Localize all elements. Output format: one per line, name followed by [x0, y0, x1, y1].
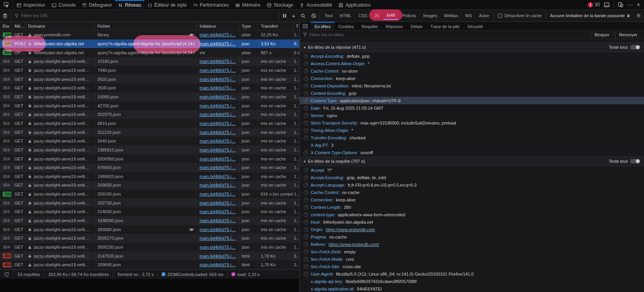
column-header-2[interactable]: Domaine — [25, 22, 95, 30]
tab-debogueur[interactable]: Débogueur — [79, 0, 115, 9]
learn-more-icon[interactable]: ? — [304, 205, 308, 210]
filter-type-autre[interactable]: Autre — [476, 12, 492, 20]
request-row[interactable]: 304GETjazzy-starlight-aeea19.netli…42700… — [0, 101, 299, 110]
header-row[interactable]: ?Accept-Encoding:gzip, deflate, br, zstd — [300, 174, 644, 181]
header-value-link[interactable]: https://www.protondb.com — [326, 227, 375, 232]
learn-more-icon[interactable]: ? — [304, 235, 308, 239]
learn-more-icon[interactable]: ? — [304, 272, 308, 276]
learn-more-icon[interactable]: ? — [304, 69, 308, 73]
header-value-link[interactable]: https://www.protondb.com/ — [329, 242, 379, 247]
learn-more-icon[interactable]: ? — [304, 121, 308, 125]
initiator-link[interactable]: main.bd4b6d75.j… — [200, 94, 235, 99]
filter-type-images[interactable]: Images — [420, 12, 440, 20]
learn-more-icon[interactable]: ? — [304, 175, 308, 180]
header-row[interactable]: ?Content-Length:280 — [300, 203, 644, 211]
throttling-select[interactable]: Aucune limitation de la bande passante — [547, 13, 633, 18]
learn-more-icon[interactable]: ? — [304, 106, 308, 110]
request-row[interactable]: 304GETjazzy-starlight-aeea19.netli…20009… — [0, 154, 299, 163]
learn-more-icon[interactable]: ? — [304, 212, 308, 217]
initiator-link[interactable]: main.bd4b6d75.j… — [200, 174, 235, 179]
new-request-icon[interactable]: + — [289, 10, 298, 21]
header-row[interactable]: ?Content-Disposition:inline; filename=a.… — [300, 82, 644, 89]
request-row[interactable]: 304GETjazzy-starlight-aeea19.netli…47660… — [0, 163, 299, 172]
request-row[interactable]: 304GETjazzy-starlight-aeea19.netli…19858… — [0, 146, 299, 155]
pause-traffic-icon[interactable] — [280, 10, 289, 21]
column-header-3[interactable]: Fichier — [95, 22, 197, 30]
initiator-link[interactable]: main.bd4b6d75.j… — [200, 112, 235, 117]
request-row[interactable]: 304GETjazzy-starlight-aeea19.netli…29273… — [0, 198, 299, 207]
learn-more-icon[interactable]: ? — [304, 150, 308, 155]
request-row[interactable]: 304GETjazzy-starlight-aeea19.netli…2630.… — [0, 84, 299, 93]
initiator-link[interactable]: main.bd4b6d75.j… — [200, 218, 235, 223]
close-devtools-icon[interactable]: × — [637, 2, 640, 7]
details-tab-s-curit-[interactable]: Sécurité — [464, 22, 487, 30]
details-tab-en-t-tes[interactable]: En-têtes — [311, 22, 334, 30]
learn-more-icon[interactable]: ? — [304, 76, 308, 81]
column-header-7[interactable]: T… — [293, 22, 299, 30]
details-tab-r-ponse[interactable]: Réponse — [382, 22, 407, 30]
tab-stockage[interactable]: Stockage — [264, 0, 296, 9]
raw-text-toggle[interactable] — [630, 45, 640, 50]
initiator-link[interactable]: main.bd4b6d75.j… — [200, 157, 235, 161]
initiator-link[interactable]: main.bd4b6d75.j… — [200, 262, 235, 267]
request-row[interactable]: 304GETjazzy-starlight-aeea19.netli…31121… — [0, 128, 299, 137]
request-row[interactable]: 200GETwww.protondb.comlibrarymain.bd4b6d… — [0, 30, 299, 39]
filter-type-css[interactable]: CSS — [355, 12, 370, 20]
learn-more-icon[interactable]: ? — [304, 98, 308, 103]
learn-more-icon[interactable]: ? — [304, 227, 308, 232]
header-row[interactable]: ?Sec-Fetch-Site:cross-site — [300, 263, 644, 270]
tab-inspecteur[interactable]: Inspecteur — [13, 0, 48, 9]
initiator-link[interactable]: main.bd4b6d75.j… — [200, 32, 235, 37]
initiator-link[interactable]: main.bd4b6d75.j… — [200, 165, 235, 170]
tab-accessibilite[interactable]: Accessibilité — [296, 0, 335, 9]
initiator-link[interactable]: main.bd4b6d75.j… — [200, 254, 235, 258]
disable-cache-checkbox[interactable] — [498, 14, 502, 18]
clear-requests-button[interactable] — [0, 10, 10, 21]
disable-cache-control[interactable]: Désactiver le cache — [495, 13, 545, 18]
header-row[interactable]: ?Date:Fri, 15 Aug 2025 21:05:14 GMT — [300, 104, 644, 112]
filter-type-ws[interactable]: WS — [462, 12, 475, 20]
header-row[interactable]: ?Origin:https://www.protondb.com — [300, 226, 644, 233]
header-row[interactable]: ?Sec-Fetch-Mode:cors — [300, 255, 644, 263]
headers-filter-input[interactable] — [310, 32, 588, 37]
filter-type-js[interactable]: JS — [371, 12, 382, 20]
details-tab-requ-te[interactable]: Requête — [358, 22, 382, 30]
request-row[interactable]: 200OP…94he6yatei-dsn.algolia.netquery?x-… — [0, 48, 299, 57]
header-row[interactable]: ?Pragma:no-cache — [300, 233, 644, 240]
filter-type-médias[interactable]: Médias — [441, 12, 461, 20]
initiator-link[interactable]: main.bd4b6d75.j… — [200, 59, 235, 64]
filter-type-tout[interactable]: Tout — [321, 12, 336, 20]
header-row[interactable]: ?Accept:*/* — [300, 166, 644, 174]
header-row[interactable]: ?Connection:keep-alive — [300, 196, 644, 203]
header-row[interactable]: ?Accept-Language:fr,fr-FR;q=0.8,en-US;q=… — [300, 181, 644, 189]
initiator-link[interactable]: main.bd4b6d75.j… — [200, 41, 235, 46]
filter-type-polices[interactable]: Polices — [399, 12, 419, 20]
tab-memoire[interactable]: Mémoire — [232, 0, 264, 9]
element-picker-button[interactable] — [0, 0, 13, 9]
initiator-link[interactable]: main.bd4b6d75.j… — [200, 85, 235, 90]
header-row[interactable]: ?Cache-Control:no-cache — [300, 189, 644, 196]
learn-more-icon[interactable]: ? — [304, 128, 308, 133]
learn-more-icon[interactable]: ? — [304, 91, 308, 96]
initiator-link[interactable]: main.bd4b6d75.j… — [200, 148, 235, 152]
learn-more-icon[interactable]: ? — [304, 168, 308, 173]
request-row[interactable]: 304GETjazzy-starlight-aeea19.netli…20965… — [0, 181, 299, 190]
header-row[interactable]: ?Timing-Allow-Origin:* — [300, 126, 644, 134]
learn-more-icon[interactable]: ? — [304, 135, 308, 140]
request-row[interactable]: 404GETjazzy-starlight-aeea19.netli…21475… — [0, 251, 299, 260]
initiator-link[interactable]: main.bd4b6d75.j… — [200, 103, 235, 108]
filter-type-html[interactable]: HTML — [336, 12, 354, 20]
learn-more-icon[interactable]: ? — [304, 242, 308, 247]
request-row[interactable]: 304GETjazzy-starlight-aeea19.netli…35952… — [0, 243, 299, 252]
details-tab-d-lais[interactable]: Délais — [407, 22, 426, 30]
header-row[interactable]: ?Access-Control-Allow-Origin:* — [300, 60, 644, 67]
network-settings-gear-icon[interactable] — [633, 10, 644, 21]
header-row[interactable]: ?Host:94he6yatei-dsn.algolia.net — [300, 218, 644, 226]
header-row[interactable]: ?Content-Encoding:gzip — [300, 89, 644, 97]
request-row[interactable]: 304GETjazzy-starlight-aeea19.netli…21463… — [0, 207, 299, 216]
initiator-link[interactable]: main.bd4b6d75.j… — [200, 121, 235, 126]
request-row[interactable]: 404GETjazzy-starlight-aeea19.netli…33969… — [0, 260, 299, 269]
header-row[interactable]: ?Server:nginx — [300, 112, 644, 119]
learn-more-icon[interactable]: ? — [304, 54, 308, 59]
header-row[interactable]: ?Connection:keep-alive — [300, 75, 644, 82]
